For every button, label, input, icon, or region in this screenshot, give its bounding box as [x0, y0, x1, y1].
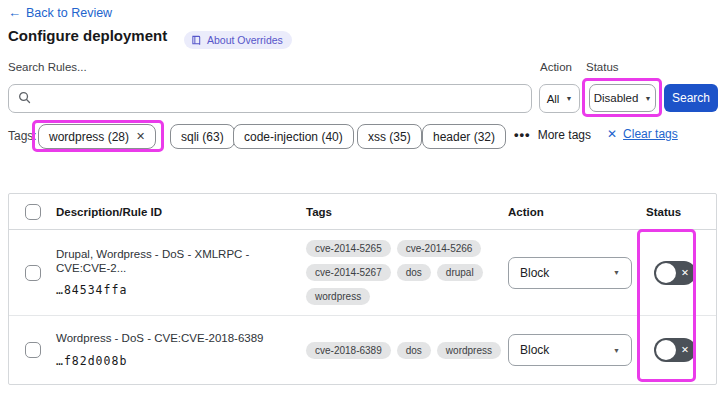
tags-label: Tags:: [8, 129, 37, 143]
about-overrides-badge[interactable]: About Overrides: [184, 31, 292, 49]
rule-tag-pill: cve-2014-5266: [397, 240, 482, 257]
status-filter-value: Disabled: [594, 92, 639, 104]
more-tags-label: More tags: [538, 128, 591, 142]
action-label: Action: [540, 61, 572, 73]
back-to-review-link[interactable]: ← Back to Review: [8, 5, 112, 20]
table-header-row: Description/Rule ID Tags Action Status: [9, 194, 716, 230]
back-link-label: Back to Review: [26, 6, 112, 20]
back-arrow-icon: ←: [8, 5, 21, 20]
status-toggle-off[interactable]: ✕: [654, 338, 696, 362]
rule-description: Drupal, Wordpress - DoS - XMLRPC - CVE:C…: [56, 248, 292, 274]
close-icon: ✕: [607, 127, 617, 141]
status-label: Status: [586, 61, 619, 73]
action-select-value: Block: [520, 343, 549, 357]
rule-tag-pill: dos: [397, 264, 431, 281]
remove-tag-icon[interactable]: ✕: [136, 130, 145, 143]
chevron-down-icon: ▼: [613, 347, 620, 354]
action-filter-dropdown[interactable]: All ▼: [539, 84, 580, 113]
rule-tag-pill: wordpress: [306, 288, 370, 305]
action-filter-value: All: [547, 93, 560, 105]
rule-tag-pill: cve-2014-5267: [306, 264, 391, 281]
toggle-off-x-icon: ✕: [681, 268, 689, 278]
rule-description: Wordpress - DoS - CVE:CVE-2018-6389: [56, 332, 292, 345]
tag-chip-label: code-injection (40): [244, 130, 343, 144]
row-checkbox[interactable]: [25, 342, 41, 358]
search-icon: [18, 90, 31, 108]
page-title: Configure deployment: [8, 27, 167, 44]
column-header-description: Description/Rule ID: [56, 206, 306, 218]
table-row: Drupal, Wordpress - DoS - XMLRPC - CVE:C…: [9, 230, 716, 316]
toggle-knob: [656, 340, 676, 360]
tag-chip-label: sqli (63): [181, 130, 224, 144]
chevron-down-icon: ▼: [565, 95, 572, 102]
configure-deployment-page: ← Back to Review Configure deployment Ab…: [0, 0, 725, 406]
clear-tags-label: Clear tags: [623, 127, 678, 141]
rule-tag-pill: wordpress: [437, 342, 501, 359]
toggle-off-x-icon: ✕: [681, 345, 689, 355]
search-rules-label: Search Rules...: [8, 61, 87, 73]
tag-chip-label: wordpress (28): [49, 130, 129, 144]
row-checkbox[interactable]: [25, 265, 41, 281]
action-select[interactable]: Block ▼: [508, 334, 632, 366]
rule-id: …84534ffa: [56, 283, 292, 297]
search-rules-box: [8, 84, 532, 113]
column-header-tags: Tags: [306, 206, 508, 218]
select-all-checkbox[interactable]: [25, 204, 41, 220]
status-toggle-off[interactable]: ✕: [654, 261, 696, 285]
clear-tags-link[interactable]: ✕ Clear tags: [607, 127, 678, 141]
tag-chip-sqli[interactable]: sqli (63): [170, 124, 235, 149]
rule-id: …f82d008b: [56, 354, 292, 368]
tag-chip-code-injection[interactable]: code-injection (40): [233, 124, 354, 149]
rule-tag-pill: cve-2014-5265: [306, 240, 391, 257]
about-badge-label: About Overrides: [207, 34, 283, 46]
rule-tag-pill: drupal: [437, 264, 483, 281]
status-filter-dropdown[interactable]: Disabled ▼: [589, 84, 656, 112]
rules-table: Description/Rule ID Tags Action Status D…: [8, 193, 717, 385]
rule-tags: cve-2018-6389 dos wordpress: [306, 342, 506, 359]
search-button[interactable]: Search: [664, 84, 718, 112]
tag-chip-label: xss (35): [368, 130, 411, 144]
tag-chip-wordpress[interactable]: wordpress (28) ✕: [38, 124, 156, 149]
tag-chip-xss[interactable]: xss (35): [357, 124, 422, 149]
tag-chip-header[interactable]: header (32): [422, 124, 506, 149]
ellipsis-icon: •••: [514, 127, 531, 142]
search-rules-input[interactable]: [31, 85, 531, 112]
toggle-knob: [656, 263, 676, 283]
column-header-status: Status: [646, 206, 716, 218]
table-row: Wordpress - DoS - CVE:CVE-2018-6389 …f82…: [9, 316, 716, 384]
rule-tag-pill: cve-2018-6389: [306, 342, 391, 359]
rule-tag-pill: dos: [397, 342, 431, 359]
column-header-action: Action: [508, 206, 646, 218]
action-select-value: Block: [520, 266, 549, 280]
tag-chip-label: header (32): [433, 130, 495, 144]
rule-tags: cve-2014-5265 cve-2014-5266 cve-2014-526…: [306, 240, 506, 305]
chevron-down-icon: ▼: [613, 269, 620, 276]
chevron-down-icon: ▼: [644, 95, 651, 102]
action-select[interactable]: Block ▼: [508, 257, 632, 289]
book-icon: [191, 35, 202, 46]
more-tags-button[interactable]: ••• More tags: [514, 127, 591, 142]
